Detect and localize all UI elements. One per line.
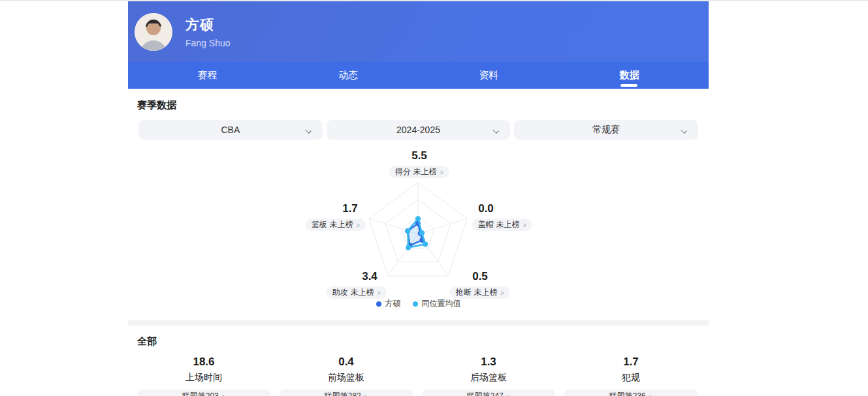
rank-text: 未上榜 [474,287,498,298]
stat-minutes: 18.6 上场时间 联盟第203 > [137,356,270,396]
tab-schedule[interactable]: 赛程 [137,62,278,89]
league-rank-pill[interactable]: 联盟第236 > [564,389,698,396]
legend-label-player: 方硕 [385,298,401,309]
axis-label: 盖帽 [478,219,494,230]
chart-legend: 方硕 同位置均值 [128,298,709,309]
stage-select[interactable]: 常规赛 [514,120,698,140]
stat-value: 1.7 [564,356,698,369]
radar-axis-assists: 3.4 助攻 未上榜 > [327,270,387,299]
season-select-value: 2024-2025 [396,125,440,135]
chevron-right-icon: > [522,221,526,229]
league-rank-pill[interactable]: 联盟第203 > [137,389,270,396]
totals-stats-grid: 18.6 上场时间 联盟第203 > 0.4 前场篮板 联盟第282 > 1.3… [137,356,709,396]
rank-pill-steals[interactable]: 抢断 未上榜 > [450,286,510,299]
stat-value-assists: 3.4 [340,270,400,283]
legend-item-player: 方硕 [376,298,401,309]
rank-pill-assists[interactable]: 助攻 未上榜 > [327,286,387,299]
stat-value-blocks: 0.0 [456,202,516,215]
stat-value: 18.6 [137,356,270,369]
legend-label-average: 同位置均值 [422,298,461,309]
rank-text: 联盟第236 [609,391,646,396]
stat-value-rebounds: 1.7 [320,202,380,215]
tab-data[interactable]: 数据 [559,62,699,89]
tab-profile[interactable]: 资料 [419,62,559,89]
league-rank-pill[interactable]: 联盟第247 > [422,389,555,396]
tab-news[interactable]: 动态 [278,62,418,89]
stat-defensive-rebounds: 1.3 后场篮板 联盟第247 > [422,356,555,396]
stat-label: 上场时间 [137,372,270,384]
player-header: 方硕 Fang Shuo [128,1,709,62]
chevron-right-icon: > [500,289,504,297]
radar-axis-blocks: 0.0 盖帽 未上榜 > [472,202,532,231]
chevron-down-icon [493,127,498,132]
chevron-down-icon [681,127,686,132]
avatar-photo-placeholder [135,13,172,51]
rank-pill-rebounds[interactable]: 篮板 未上榜 > [306,219,366,231]
league-select-value: CBA [221,125,240,135]
stage-select-value: 常规赛 [592,124,620,136]
section-title-season-data: 赛季数据 [137,99,709,112]
chevron-right-icon: > [506,393,509,396]
rank-text: 未上榜 [330,219,353,230]
rank-text: 联盟第282 [325,391,361,396]
stat-value-steals: 0.5 [450,270,510,283]
league-rank-pill[interactable]: 联盟第282 > [280,389,413,396]
stat-label: 后场篮板 [422,372,555,384]
chevron-right-icon: > [377,289,380,297]
rank-text: 联盟第247 [467,391,504,396]
radar-chart-area: 5.5 得分 未上榜 > 0.0 盖帽 未上榜 > 0.5 抢断 未上榜 > [128,147,709,316]
player-avatar [135,13,172,51]
stat-value-points: 5.5 [389,149,449,162]
rank-text: 未上榜 [496,219,520,230]
rank-text: 未上榜 [351,287,374,298]
axis-label: 得分 [395,166,411,177]
chevron-down-icon [306,127,311,132]
tab-bar: 赛程 动态 资料 数据 [128,62,709,89]
stat-offensive-rebounds: 0.4 前场篮板 联盟第282 > [280,356,413,396]
legend-item-average: 同位置均值 [413,298,461,309]
axis-label: 助攻 [332,287,348,298]
stat-value: 1.3 [422,356,555,369]
chevron-right-icon: > [440,168,443,176]
rank-pill-blocks[interactable]: 盖帽 未上榜 > [472,219,532,231]
section-divider [128,320,709,326]
axis-label: 篮板 [312,219,327,230]
rank-text: 未上榜 [413,166,437,177]
radar-axis-points: 5.5 得分 未上榜 > [389,149,449,178]
stat-fouls: 1.7 犯规 联盟第236 > [564,356,698,396]
league-select[interactable]: CBA [138,120,323,140]
season-select[interactable]: 2024-2025 [327,120,511,140]
chevron-right-icon: > [221,393,225,396]
chevron-right-icon: > [364,393,367,396]
axis-label: 抢断 [456,287,472,298]
rank-pill-points[interactable]: 得分 未上榜 > [389,166,449,178]
stat-value: 0.4 [280,356,413,369]
stat-label: 前场篮板 [280,372,413,384]
radar-axis-steals: 0.5 抢断 未上榜 > [450,270,510,299]
chevron-right-icon: > [649,393,652,396]
legend-dot-average [413,301,418,307]
rank-text: 联盟第203 [182,391,219,396]
chevron-right-icon: > [356,221,359,229]
player-name-en: Fang Shuo [185,38,231,48]
content-column: 方硕 Fang Shuo 赛程 动态 资料 数据 赛季数据 CBA 2024-2… [128,1,709,396]
radar-axis-rebounds: 1.7 篮板 未上榜 > [306,202,366,231]
filter-row: CBA 2024-2025 常规赛 [138,120,698,140]
stat-label: 犯规 [564,372,698,384]
legend-dot-player [376,301,381,307]
section-title-all: 全部 [137,335,709,348]
player-name: 方硕 [185,16,231,34]
